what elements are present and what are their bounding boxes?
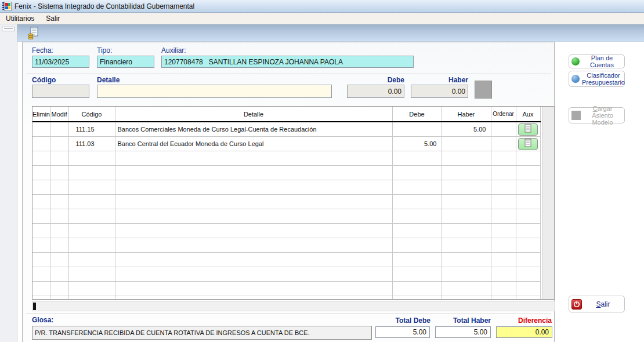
- cell-modif[interactable]: [50, 122, 68, 136]
- codigo-input[interactable]: [32, 85, 89, 98]
- table-row-empty[interactable]: [32, 267, 540, 281]
- grid-horizontal-scrollbar[interactable]: [32, 301, 555, 311]
- cell-elimin[interactable]: [32, 136, 50, 151]
- table-row-empty[interactable]: [32, 194, 540, 209]
- glosa-input[interactable]: [32, 326, 372, 340]
- fecha-label: Fecha:: [32, 46, 53, 54]
- table-row-empty[interactable]: [32, 252, 540, 267]
- diferencia-label: Diferencia: [496, 316, 552, 325]
- cell-detalle[interactable]: Bancos Comerciales Moneda de Curso Legal…: [115, 122, 392, 136]
- cell-aux: [516, 122, 540, 136]
- cell-debe[interactable]: 5.00: [392, 136, 442, 151]
- clasificador-presupuestario-button[interactable]: Clasificador Presupuestario: [569, 71, 625, 87]
- cell-codigo[interactable]: 111.03: [68, 136, 115, 151]
- total-debe-input[interactable]: [375, 326, 430, 338]
- col-ordenar: Ordenar: [491, 107, 516, 122]
- toolbar: [17, 24, 644, 42]
- cell-aux: [516, 136, 540, 151]
- grid-vertical-scrollbar[interactable]: [542, 107, 554, 299]
- menu-item-salir[interactable]: Salir: [40, 13, 66, 24]
- menu-item-utilitarios[interactable]: Utilitarios: [0, 13, 40, 24]
- cargar-asiento-modelo-button: Cargar Asiento Modelo: [569, 107, 625, 123]
- splitter-grip[interactable]: [2, 27, 15, 31]
- gray-square-icon: [571, 111, 581, 120]
- cell-modif[interactable]: [50, 136, 68, 151]
- table-row-empty[interactable]: [32, 238, 540, 252]
- debe-input[interactable]: [347, 85, 404, 98]
- table-row-empty[interactable]: [32, 180, 540, 194]
- col-aux: Aux: [516, 107, 540, 122]
- haber-input[interactable]: [411, 85, 468, 98]
- document-icon: [524, 124, 531, 133]
- table-row-empty[interactable]: [32, 281, 540, 296]
- col-debe: Debe: [392, 107, 442, 122]
- fecha-input[interactable]: [32, 56, 89, 68]
- table-row-empty[interactable]: [32, 165, 540, 180]
- tipo-label: Tipo:: [97, 46, 112, 54]
- auxiliar-input[interactable]: [161, 56, 414, 68]
- haber-label: Haber: [411, 76, 468, 84]
- total-haber-input[interactable]: [435, 326, 491, 338]
- section-divider: [26, 74, 551, 74]
- col-codigo: Código: [68, 107, 115, 122]
- detalle-label: Detalle: [97, 76, 120, 84]
- entries-table: Elimin Modif Código Detalle Debe Haber O…: [32, 107, 541, 300]
- table-row[interactable]: 111.15 Bancos Comerciales Moneda de Curs…: [32, 122, 540, 136]
- side-panel-splitter[interactable]: [0, 24, 17, 342]
- blue-sphere-icon: [571, 75, 580, 83]
- aux-button[interactable]: [518, 138, 538, 150]
- table-row-empty[interactable]: [32, 223, 540, 238]
- new-document-icon[interactable]: [27, 27, 40, 39]
- tipo-input[interactable]: [97, 56, 154, 68]
- plan-de-cuentas-button[interactable]: Plan de Cuentas: [569, 54, 625, 68]
- col-modif: Modif: [50, 107, 68, 122]
- grid-header-row: Elimin Modif Código Detalle Debe Haber O…: [32, 107, 540, 122]
- window-titlebar: Fenix - Sistema Integrado de Contabilida…: [0, 0, 644, 13]
- col-detalle: Detalle: [115, 107, 392, 122]
- salir-label: Salir: [584, 301, 622, 308]
- cell-ordenar[interactable]: [491, 122, 516, 136]
- total-debe-label: Total Debe: [375, 316, 430, 325]
- green-sphere-icon: [571, 57, 580, 66]
- clasificador-label: Clasificador Presupuestario: [582, 72, 625, 86]
- cell-elimin[interactable]: [32, 122, 50, 136]
- document-icon: [524, 139, 531, 147]
- total-haber-label: Total Haber: [435, 316, 491, 325]
- table-row-empty[interactable]: [32, 209, 540, 223]
- cell-debe[interactable]: [392, 122, 442, 136]
- salir-button[interactable]: Salir: [569, 296, 625, 312]
- codigo-label: Código: [32, 76, 56, 84]
- gray-square-button[interactable]: [475, 81, 492, 99]
- debe-label: Debe: [347, 76, 404, 84]
- cell-haber[interactable]: [442, 136, 491, 151]
- window-title: Fenix - Sistema Integrado de Contabilida…: [15, 2, 194, 10]
- cell-haber[interactable]: 5.00: [442, 122, 491, 136]
- col-elimin: Elimin: [32, 107, 50, 122]
- detalle-input[interactable]: [97, 85, 332, 98]
- table-row-empty[interactable]: [32, 296, 540, 300]
- app-icon: [2, 2, 12, 10]
- table-row-empty[interactable]: [32, 151, 540, 165]
- scrollbar-thumb[interactable]: [33, 303, 36, 310]
- footer-divider: [26, 314, 551, 314]
- cell-codigo[interactable]: 111.15: [68, 122, 115, 136]
- entries-grid: Elimin Modif Código Detalle Debe Haber O…: [32, 106, 555, 300]
- cargar-asiento-label: Cargar Asiento Modelo: [583, 105, 622, 126]
- menubar: Utilitarios Salir: [0, 13, 644, 24]
- plan-de-cuentas-label: Plan de Cuentas: [582, 54, 622, 68]
- auxiliar-label: Auxiliar:: [161, 46, 186, 54]
- col-haber: Haber: [442, 107, 491, 122]
- aux-button[interactable]: [518, 123, 538, 136]
- power-icon: [571, 299, 582, 310]
- table-row[interactable]: 111.03 Banco Central del Ecuador Moneda …: [32, 136, 540, 151]
- cell-ordenar[interactable]: [491, 136, 516, 151]
- diferencia-input[interactable]: [496, 326, 552, 338]
- glosa-label: Glosa:: [32, 316, 53, 324]
- cell-detalle[interactable]: Banco Central del Ecuador Moneda de Curs…: [115, 136, 392, 151]
